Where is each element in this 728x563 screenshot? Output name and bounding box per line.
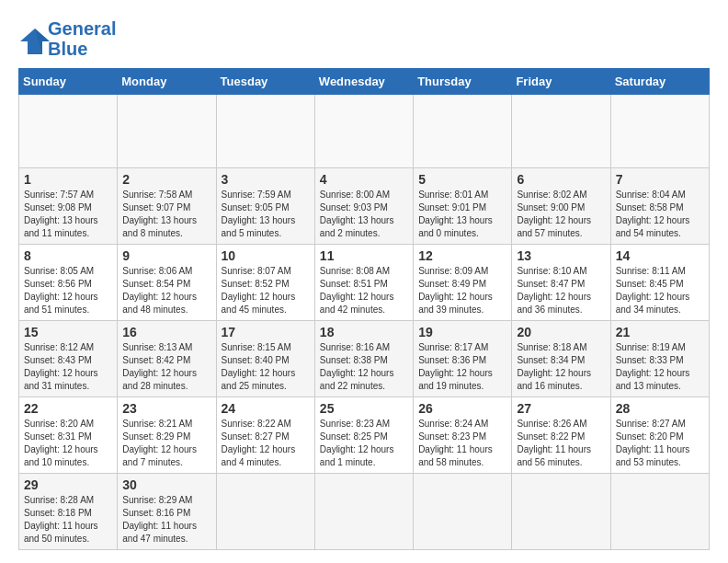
col-header-tuesday: Tuesday: [216, 69, 314, 95]
calendar-cell: 15Sunrise: 8:12 AM Sunset: 8:43 PM Dayli…: [19, 321, 118, 397]
col-header-sunday: Sunday: [19, 69, 118, 95]
col-header-monday: Monday: [118, 69, 216, 95]
day-number: 10: [222, 248, 310, 263]
day-info: Sunrise: 8:09 AM Sunset: 8:49 PM Dayligh…: [418, 265, 506, 316]
day-info: Sunrise: 8:12 AM Sunset: 8:43 PM Dayligh…: [24, 341, 112, 393]
calendar-cell: 9Sunrise: 8:06 AM Sunset: 8:54 PM Daylig…: [118, 245, 216, 321]
day-info: Sunrise: 8:05 AM Sunset: 8:56 PM Dayligh…: [24, 265, 112, 316]
page-header: General Blue: [18, 18, 710, 59]
day-number: 23: [122, 401, 210, 416]
day-number: 12: [418, 248, 506, 263]
calendar-cell: [216, 474, 314, 550]
col-header-friday: Friday: [512, 69, 610, 95]
col-header-saturday: Saturday: [610, 69, 709, 95]
day-info: Sunrise: 8:06 AM Sunset: 8:54 PM Dayligh…: [122, 265, 210, 316]
day-info: Sunrise: 8:22 AM Sunset: 8:27 PM Dayligh…: [222, 418, 310, 469]
calendar-cell: 20Sunrise: 8:18 AM Sunset: 8:34 PM Dayli…: [512, 321, 610, 397]
day-number: 19: [418, 325, 506, 339]
day-number: 25: [320, 401, 408, 416]
day-info: Sunrise: 8:00 AM Sunset: 9:03 PM Dayligh…: [320, 189, 408, 240]
day-number: 15: [24, 325, 112, 339]
calendar-cell: [19, 95, 118, 168]
day-info: Sunrise: 8:23 AM Sunset: 8:25 PM Dayligh…: [320, 418, 408, 469]
day-number: 20: [517, 325, 605, 339]
calendar-cell: 25Sunrise: 8:23 AM Sunset: 8:25 PM Dayli…: [314, 397, 413, 474]
day-info: Sunrise: 8:27 AM Sunset: 8:20 PM Dayligh…: [616, 418, 704, 469]
calendar-table: SundayMondayTuesdayWednesdayThursdayFrid…: [18, 68, 710, 550]
calendar-cell: 13Sunrise: 8:10 AM Sunset: 8:47 PM Dayli…: [512, 245, 610, 321]
day-info: Sunrise: 8:20 AM Sunset: 8:31 PM Dayligh…: [24, 418, 112, 469]
day-number: 13: [517, 248, 605, 263]
logo-text: General Blue: [48, 18, 116, 59]
day-info: Sunrise: 8:26 AM Sunset: 8:22 PM Dayligh…: [517, 418, 605, 469]
day-number: 9: [122, 248, 210, 263]
calendar-cell: 23Sunrise: 8:21 AM Sunset: 8:29 PM Dayli…: [118, 397, 216, 474]
calendar-cell: 27Sunrise: 8:26 AM Sunset: 8:22 PM Dayli…: [512, 397, 610, 474]
calendar-cell: 2Sunrise: 7:58 AM Sunset: 9:07 PM Daylig…: [118, 168, 216, 245]
day-number: 7: [616, 172, 704, 187]
calendar-cell: [118, 95, 216, 168]
day-info: Sunrise: 8:17 AM Sunset: 8:36 PM Dayligh…: [418, 341, 506, 393]
day-number: 5: [418, 172, 506, 187]
calendar-cell: [610, 474, 709, 550]
day-info: Sunrise: 7:59 AM Sunset: 9:05 PM Dayligh…: [222, 189, 310, 240]
calendar-cell: 14Sunrise: 8:11 AM Sunset: 8:45 PM Dayli…: [610, 245, 709, 321]
day-info: Sunrise: 8:18 AM Sunset: 8:34 PM Dayligh…: [517, 341, 605, 393]
logo-icon: [18, 25, 46, 52]
day-number: 16: [122, 325, 210, 339]
calendar-cell: 5Sunrise: 8:01 AM Sunset: 9:01 PM Daylig…: [414, 168, 512, 245]
calendar-cell: 24Sunrise: 8:22 AM Sunset: 8:27 PM Dayli…: [216, 397, 314, 474]
day-number: 11: [320, 248, 408, 263]
day-info: Sunrise: 8:28 AM Sunset: 8:18 PM Dayligh…: [24, 494, 112, 546]
calendar-cell: 19Sunrise: 8:17 AM Sunset: 8:36 PM Dayli…: [414, 321, 512, 397]
day-number: 4: [320, 172, 408, 187]
day-info: Sunrise: 7:58 AM Sunset: 9:07 PM Dayligh…: [122, 189, 210, 240]
day-info: Sunrise: 8:13 AM Sunset: 8:42 PM Dayligh…: [122, 341, 210, 393]
day-info: Sunrise: 8:24 AM Sunset: 8:23 PM Dayligh…: [418, 418, 506, 469]
calendar-cell: 11Sunrise: 8:08 AM Sunset: 8:51 PM Dayli…: [314, 245, 413, 321]
day-number: 1: [24, 172, 112, 187]
calendar-cell: [512, 95, 610, 168]
day-info: Sunrise: 8:16 AM Sunset: 8:38 PM Dayligh…: [320, 341, 408, 393]
col-header-wednesday: Wednesday: [314, 69, 413, 95]
day-number: 3: [222, 172, 310, 187]
calendar-cell: 12Sunrise: 8:09 AM Sunset: 8:49 PM Dayli…: [414, 245, 512, 321]
calendar-cell: 18Sunrise: 8:16 AM Sunset: 8:38 PM Dayli…: [314, 321, 413, 397]
calendar-cell: 22Sunrise: 8:20 AM Sunset: 8:31 PM Dayli…: [19, 397, 118, 474]
calendar-cell: 29Sunrise: 8:28 AM Sunset: 8:18 PM Dayli…: [19, 474, 118, 550]
calendar-cell: 28Sunrise: 8:27 AM Sunset: 8:20 PM Dayli…: [610, 397, 709, 474]
day-number: 17: [222, 325, 310, 339]
day-number: 26: [418, 401, 506, 416]
day-number: 6: [517, 172, 605, 187]
day-number: 8: [24, 248, 112, 263]
day-info: Sunrise: 8:15 AM Sunset: 8:40 PM Dayligh…: [222, 341, 310, 393]
day-number: 22: [24, 401, 112, 416]
calendar-cell: [216, 95, 314, 168]
day-number: 2: [122, 172, 210, 187]
logo: General Blue: [18, 18, 116, 59]
day-info: Sunrise: 8:02 AM Sunset: 9:00 PM Dayligh…: [517, 189, 605, 240]
day-number: 28: [616, 401, 704, 416]
calendar-cell: 16Sunrise: 8:13 AM Sunset: 8:42 PM Dayli…: [118, 321, 216, 397]
calendar-cell: 21Sunrise: 8:19 AM Sunset: 8:33 PM Dayli…: [610, 321, 709, 397]
day-info: Sunrise: 8:21 AM Sunset: 8:29 PM Dayligh…: [122, 418, 210, 469]
day-number: 18: [320, 325, 408, 339]
day-number: 21: [616, 325, 704, 339]
day-number: 27: [517, 401, 605, 416]
calendar-cell: 6Sunrise: 8:02 AM Sunset: 9:00 PM Daylig…: [512, 168, 610, 245]
calendar-cell: [610, 95, 709, 168]
day-info: Sunrise: 8:11 AM Sunset: 8:45 PM Dayligh…: [616, 265, 704, 316]
calendar-cell: [414, 95, 512, 168]
day-number: 14: [616, 248, 704, 263]
day-number: 30: [122, 477, 210, 492]
day-info: Sunrise: 8:01 AM Sunset: 9:01 PM Dayligh…: [418, 189, 506, 240]
day-info: Sunrise: 8:10 AM Sunset: 8:47 PM Dayligh…: [517, 265, 605, 316]
calendar-cell: [512, 474, 610, 550]
day-number: 24: [222, 401, 310, 416]
day-info: Sunrise: 8:08 AM Sunset: 8:51 PM Dayligh…: [320, 265, 408, 316]
day-info: Sunrise: 8:07 AM Sunset: 8:52 PM Dayligh…: [222, 265, 310, 316]
calendar-cell: 17Sunrise: 8:15 AM Sunset: 8:40 PM Dayli…: [216, 321, 314, 397]
calendar-cell: 3Sunrise: 7:59 AM Sunset: 9:05 PM Daylig…: [216, 168, 314, 245]
day-info: Sunrise: 8:19 AM Sunset: 8:33 PM Dayligh…: [616, 341, 704, 393]
calendar-cell: 7Sunrise: 8:04 AM Sunset: 8:58 PM Daylig…: [610, 168, 709, 245]
